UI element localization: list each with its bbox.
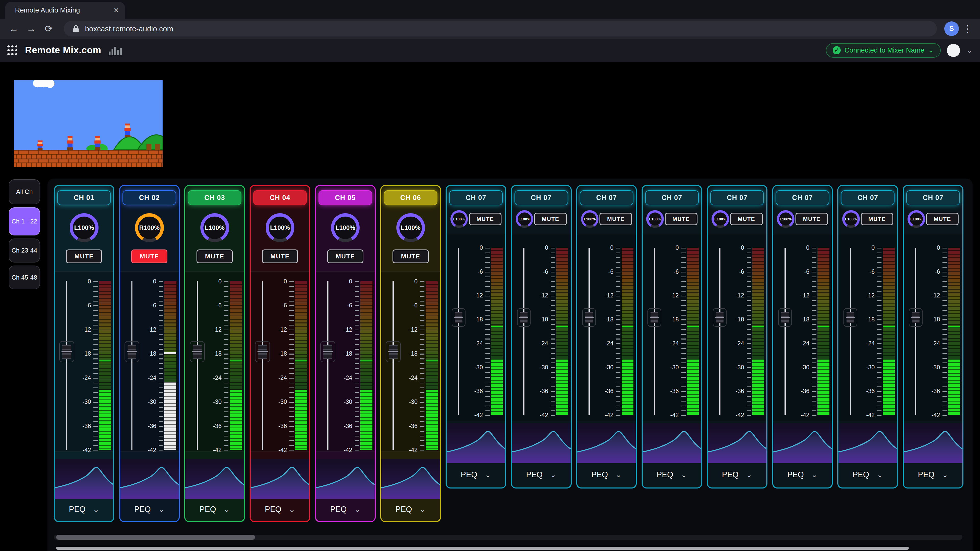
tab-close-icon[interactable]: × [114,6,119,14]
peq-graph[interactable] [904,423,963,463]
back-button[interactable]: ← [6,21,21,36]
mute-button[interactable]: MUTE [393,249,429,263]
group-button-23-44[interactable]: Ch 23-44 [9,238,40,262]
pan-knob[interactable]: L100% [842,210,860,228]
fader-handle[interactable] [386,341,401,362]
group-button-1-22[interactable]: Ch 1 - 22 [9,207,40,235]
peq-dropdown[interactable]: PEQ ⌄ [55,501,114,517]
fader-handle[interactable] [778,308,792,327]
peq-graph[interactable] [381,459,440,499]
fader-handle[interactable] [452,308,466,327]
fader[interactable] [449,248,468,415]
pan-knob[interactable]: L100% [396,213,425,242]
fader[interactable] [645,248,664,415]
fader[interactable] [253,281,272,450]
mute-button[interactable]: MUTE [730,213,762,225]
peq-dropdown[interactable]: PEQ ⌄ [904,466,963,483]
mute-button[interactable]: MUTE [861,213,893,225]
pan-knob[interactable]: L100% [646,210,664,228]
mute-button[interactable]: MUTE [600,213,632,225]
browser-profile-avatar[interactable]: S [944,21,959,36]
peq-dropdown[interactable]: PEQ ⌄ [185,501,244,517]
chevron-down-icon[interactable]: ⌄ [966,46,973,55]
fader[interactable] [580,248,598,415]
fader[interactable] [384,281,402,450]
pan-knob[interactable]: R100% [135,213,164,242]
fader-handle[interactable] [517,308,531,327]
pan-knob[interactable]: L100% [200,213,229,242]
pan-knob[interactable]: L100% [516,210,533,228]
peq-dropdown[interactable]: PEQ ⌄ [512,466,571,483]
peq-dropdown[interactable]: PEQ ⌄ [120,501,179,517]
pan-knob[interactable]: L100% [581,210,599,228]
mute-button[interactable]: MUTE [262,249,298,263]
peq-graph[interactable] [708,423,767,463]
peq-graph[interactable] [316,459,375,499]
mute-button[interactable]: MUTE [795,213,828,225]
mute-button[interactable]: MUTE [66,249,102,263]
peq-dropdown[interactable]: PEQ ⌄ [381,501,440,517]
peq-graph[interactable] [773,423,832,463]
video-preview[interactable] [14,80,162,167]
fader-handle[interactable] [843,308,857,327]
mute-button[interactable]: MUTE [197,249,233,263]
peq-dropdown[interactable]: PEQ ⌄ [316,501,375,517]
fader[interactable] [57,281,76,450]
pan-knob[interactable]: L100% [266,213,294,242]
peq-graph[interactable] [55,459,114,499]
forward-button[interactable]: → [24,21,39,36]
peq-graph[interactable] [120,459,179,499]
pan-knob[interactable]: L100% [450,210,468,228]
peq-dropdown[interactable]: PEQ ⌄ [577,466,636,483]
fader-handle[interactable] [713,308,727,327]
group-button-all[interactable]: All Ch [9,179,40,204]
fader[interactable] [906,248,925,415]
page-horizontal-scrollbar[interactable] [56,547,908,550]
fader-handle[interactable] [582,308,596,327]
fader[interactable] [188,281,207,450]
peq-dropdown[interactable]: PEQ ⌄ [643,466,701,483]
pan-knob[interactable]: L100% [777,210,794,228]
fader-handle[interactable] [648,308,661,327]
pan-knob[interactable]: L100% [70,213,99,242]
browser-tab[interactable]: Remote Audio Mixing × [5,2,125,19]
peq-dropdown[interactable]: PEQ ⌄ [251,501,309,517]
reload-button[interactable]: ⟳ [41,21,56,36]
peq-dropdown[interactable]: PEQ ⌄ [773,466,832,483]
mute-button[interactable]: MUTE [926,213,959,225]
user-avatar[interactable] [947,44,960,57]
peq-dropdown[interactable]: PEQ ⌄ [838,466,897,483]
mute-button[interactable]: MUTE [534,213,566,225]
peq-graph[interactable] [185,459,244,499]
fader-handle[interactable] [255,341,270,362]
fader-handle[interactable] [124,341,140,362]
fader[interactable] [710,248,729,415]
pan-knob[interactable]: L100% [711,210,729,228]
fader-handle[interactable] [320,341,335,362]
mute-button[interactable]: MUTE [469,213,501,225]
mute-button[interactable]: MUTE [327,249,363,263]
mute-button[interactable]: MUTE [665,213,697,225]
fader[interactable] [776,248,794,415]
peq-dropdown[interactable]: PEQ ⌄ [447,466,505,483]
peq-graph[interactable] [577,423,636,463]
peq-graph[interactable] [838,423,897,463]
address-bar[interactable]: boxcast.remote-audio.com [64,21,937,37]
pan-knob[interactable]: L100% [907,210,925,228]
scrollbar-thumb[interactable] [56,535,255,540]
fader[interactable] [841,248,859,415]
apps-grid-icon[interactable] [7,45,18,56]
fader[interactable] [514,248,533,415]
peq-graph[interactable] [251,459,309,499]
peq-graph[interactable] [512,423,571,463]
mute-button[interactable]: MUTE [131,249,167,263]
fader-handle[interactable] [909,308,923,327]
fader[interactable] [318,281,337,450]
fader[interactable] [123,281,141,450]
mixer-horizontal-scrollbar[interactable] [54,535,963,540]
connection-status[interactable]: ✓ Connected to Mixer Name ⌄ [826,43,940,57]
peq-graph[interactable] [447,423,505,463]
fader-handle[interactable] [190,341,205,362]
group-button-45-48[interactable]: Ch 45-48 [9,265,40,289]
fader-handle[interactable] [59,341,74,362]
